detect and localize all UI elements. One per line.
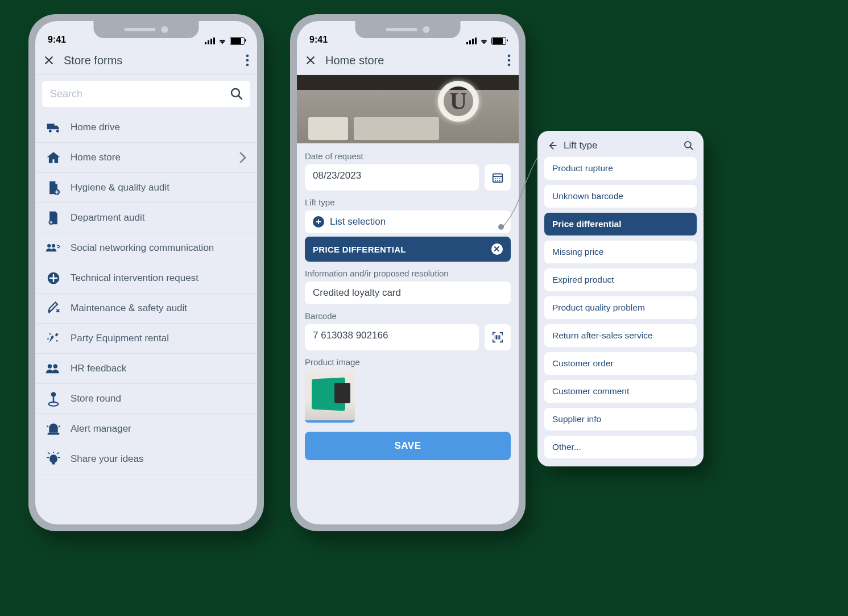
appbar: Store forms xyxy=(35,46,257,75)
svg-point-21 xyxy=(508,64,511,67)
info-label: Information and/ir proposed resolution xyxy=(305,268,511,278)
wifi-icon xyxy=(479,38,489,44)
svg-point-19 xyxy=(508,55,511,57)
chip-remove-icon[interactable]: ✕ xyxy=(491,243,503,255)
form-item-label: Home drive xyxy=(71,122,120,133)
close-icon[interactable] xyxy=(305,55,316,66)
close-icon[interactable] xyxy=(43,55,55,66)
form-item-label: Technical intervention request xyxy=(71,272,198,284)
save-button-label: SAVE xyxy=(394,440,421,452)
plus-icon: + xyxy=(313,216,324,228)
svg-point-11 xyxy=(56,340,58,342)
appbar: Home store xyxy=(297,46,519,75)
form-item[interactable]: Social networking communication xyxy=(35,233,257,263)
lift-option[interactable]: Price differential xyxy=(544,213,697,235)
calendar-icon xyxy=(491,171,504,184)
form-item-icon xyxy=(45,121,61,134)
form-item-icon xyxy=(45,331,61,346)
connector-dot xyxy=(498,224,504,230)
svg-line-4 xyxy=(239,96,242,100)
phone-store-forms: 9:41 Store forms xyxy=(28,14,264,531)
form-item-label: Maintenance & safety audit xyxy=(71,303,187,314)
form-item-icon xyxy=(45,210,61,225)
svg-point-25 xyxy=(497,178,498,179)
form-item[interactable]: Department audit xyxy=(35,203,257,233)
device-notch xyxy=(355,21,461,38)
form-item[interactable]: Alert manager xyxy=(35,414,257,444)
svg-line-36 xyxy=(690,147,693,150)
form-item-icon xyxy=(45,363,61,374)
form-item-icon xyxy=(45,151,61,164)
more-icon[interactable] xyxy=(246,54,249,67)
search-icon[interactable] xyxy=(683,140,694,151)
lift-option[interactable]: Other... xyxy=(544,436,697,458)
form-item-icon xyxy=(45,391,61,407)
search-icon xyxy=(230,87,243,101)
lift-option[interactable]: Customer comment xyxy=(544,380,697,403)
svg-point-24 xyxy=(495,178,496,179)
search-field[interactable] xyxy=(42,81,250,107)
svg-point-1 xyxy=(246,59,249,62)
form-item[interactable]: Home drive xyxy=(35,113,257,143)
svg-point-29 xyxy=(499,180,500,181)
lift-type-selector[interactable]: + List selection xyxy=(305,210,511,233)
lift-type-placeholder: List selection xyxy=(330,216,386,228)
lift-option[interactable]: Return after-sales service xyxy=(544,324,697,347)
form-item[interactable]: Home store xyxy=(35,143,257,173)
popover-title: Lift type xyxy=(564,140,598,151)
chevron-right-icon xyxy=(239,151,247,164)
svg-point-0 xyxy=(246,55,249,57)
svg-rect-18 xyxy=(52,462,55,464)
form-item-label: HR feedback xyxy=(71,363,126,374)
date-input[interactable]: 08/23/2023 xyxy=(305,164,479,191)
lift-option[interactable]: Missing price xyxy=(544,241,697,263)
form-item-label: Alert manager xyxy=(71,423,131,435)
lift-option[interactable]: Expired product xyxy=(544,268,697,291)
svg-point-26 xyxy=(499,178,500,179)
svg-point-15 xyxy=(51,392,56,396)
barcode-input[interactable]: 7 613038 902166 xyxy=(305,324,479,350)
form-item[interactable]: HR feedback xyxy=(35,354,257,384)
more-icon[interactable] xyxy=(507,54,511,67)
lift-type-value: PRICE DIFFERENTIAL xyxy=(313,245,406,254)
svg-rect-17 xyxy=(48,433,60,435)
form-item[interactable]: Hygiene & quality audit xyxy=(35,173,257,203)
status-time: 9:41 xyxy=(48,35,66,45)
options-list: Product ruptureUnknown barcodePrice diff… xyxy=(544,157,697,458)
barcode-icon xyxy=(491,331,504,344)
lift-option[interactable]: Product quality problem xyxy=(544,296,697,319)
barcode-label: Barcode xyxy=(305,311,511,321)
back-icon[interactable] xyxy=(547,140,558,151)
form-item[interactable]: Party Equipment rental xyxy=(35,324,257,354)
product-thumbnail[interactable] xyxy=(305,370,355,423)
wifi-icon xyxy=(218,38,227,44)
signal-icon xyxy=(466,38,477,44)
calendar-button[interactable] xyxy=(485,164,511,191)
lift-option[interactable]: Customer order xyxy=(544,352,697,375)
form-item[interactable]: Technical intervention request xyxy=(35,263,257,293)
phone-home-store: 9:41 Home store U xyxy=(290,14,526,531)
info-input[interactable]: Credited loyalty card xyxy=(305,282,511,304)
page-title: Store forms xyxy=(64,54,237,67)
form-item-icon xyxy=(45,301,61,316)
svg-point-7 xyxy=(47,244,51,247)
form-item-icon xyxy=(45,180,61,195)
save-button[interactable]: SAVE xyxy=(305,432,511,460)
form-item[interactable]: Share your ideas xyxy=(35,444,257,474)
search-input[interactable] xyxy=(49,88,224,101)
brand-letter: U xyxy=(450,88,467,115)
svg-point-14 xyxy=(53,364,57,368)
form-item-icon xyxy=(45,422,61,436)
svg-point-27 xyxy=(495,180,496,181)
svg-point-12 xyxy=(47,338,49,340)
form-item[interactable]: Store round xyxy=(35,384,257,414)
lift-option[interactable]: Unknown barcode xyxy=(544,185,697,208)
svg-point-10 xyxy=(49,333,51,335)
scan-barcode-button[interactable] xyxy=(485,324,511,350)
store-hero-image: U xyxy=(297,75,519,143)
battery-icon xyxy=(230,37,245,45)
lift-option[interactable]: Supplier info xyxy=(544,408,697,431)
svg-point-8 xyxy=(52,244,55,247)
lift-option[interactable]: Product rupture xyxy=(544,157,697,180)
form-item[interactable]: Maintenance & safety audit xyxy=(35,293,257,324)
